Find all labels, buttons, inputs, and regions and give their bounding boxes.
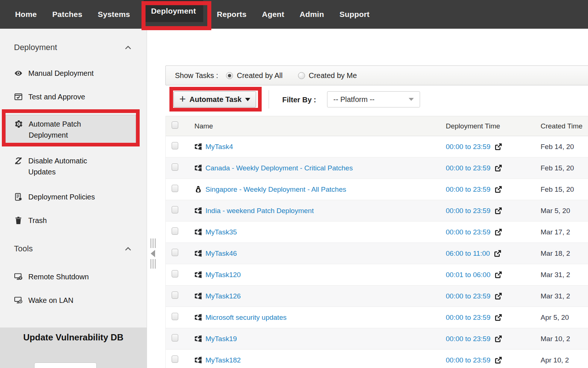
windows-icon — [194, 143, 202, 151]
update-db-button[interactable] — [34, 362, 97, 368]
created-time: Mar 31, 2 — [541, 271, 588, 279]
sidebar-item-wake-on-lan[interactable]: Wake on LAN — [14, 295, 147, 306]
external-link-icon[interactable] — [495, 314, 502, 321]
section-header-tools[interactable]: Tools — [14, 243, 147, 254]
column-header-created-time[interactable]: Created Time — [541, 122, 588, 130]
row-checkbox[interactable] — [172, 291, 178, 299]
radio-created-by-all[interactable] — [226, 72, 233, 79]
disable-updates-icon — [14, 156, 23, 165]
deployment-time-link[interactable]: 00:00 to 23:59 — [446, 143, 491, 151]
radio-created-by-me[interactable] — [298, 72, 305, 79]
sidebar-item-label: Trash — [28, 215, 47, 226]
windows-icon — [194, 314, 202, 321]
deployment-time-link[interactable]: 00:00 to 23:59 — [446, 292, 491, 300]
policies-icon — [14, 192, 23, 201]
external-link-icon[interactable] — [495, 335, 502, 343]
windows-icon — [194, 207, 202, 215]
task-name-link[interactable]: Canada - Weekly Deployment - Critical Pa… — [205, 164, 353, 172]
sidebar-item-trash[interactable]: Trash — [14, 215, 147, 226]
external-link-icon[interactable] — [495, 207, 502, 215]
sidebar-item-disable-automatic-updates[interactable]: Disable Automatic Updates — [14, 155, 147, 177]
task-name-link[interactable]: MyTask46 — [205, 250, 237, 258]
deployment-time-link[interactable]: 00:01 to 06:00 — [446, 271, 491, 279]
task-name-link[interactable]: Singapore - Weekly Deployment - All Patc… — [205, 185, 346, 194]
test-approve-icon — [14, 92, 23, 101]
row-checkbox[interactable] — [172, 334, 178, 342]
deployment-time-link[interactable]: 00:00 to 23:59 — [446, 314, 491, 322]
row-checkbox[interactable] — [172, 142, 178, 149]
row-checkbox[interactable] — [172, 313, 178, 320]
sidebar-item-label: Wake on LAN — [28, 295, 74, 306]
dropdown-caret-icon — [409, 98, 414, 103]
created-time: Mar 31, 2 — [541, 292, 588, 300]
update-vulnerability-db-title: Update Vulnerability DB — [0, 332, 147, 343]
nav-item-admin[interactable]: Admin — [292, 0, 331, 29]
main-content: Show Tasks : Created by AllCreated by Me… — [165, 29, 588, 368]
row-checkbox[interactable] — [172, 206, 178, 213]
radio-label: Created by All — [237, 71, 283, 80]
external-link-icon[interactable] — [495, 357, 502, 364]
nav-item-systems[interactable]: Systems — [90, 0, 138, 29]
automate-task-button[interactable]: + Automate Task — [173, 91, 256, 107]
row-checkbox[interactable] — [172, 355, 178, 363]
nav-item-patches[interactable]: Patches — [44, 0, 90, 29]
windows-icon — [194, 250, 202, 257]
nav-item-reports[interactable]: Reports — [209, 0, 254, 29]
external-link-icon[interactable] — [495, 271, 502, 279]
external-link-icon[interactable] — [495, 229, 502, 236]
automate-task-label: Automate Task — [190, 95, 242, 104]
row-checkbox[interactable] — [172, 270, 178, 277]
created-time: Feb 15, 20 — [541, 185, 588, 194]
row-checkbox[interactable] — [172, 249, 178, 256]
sidebar-item-deployment-policies[interactable]: Deployment Policies — [14, 191, 147, 202]
update-vulnerability-db-panel: Update Vulnerability DB — [0, 328, 147, 368]
deployment-time-link[interactable]: 00:00 to 23:59 — [446, 185, 491, 194]
task-name-link[interactable]: MyTask182 — [205, 356, 241, 364]
external-link-icon[interactable] — [495, 143, 502, 151]
remote-shutdown-icon — [14, 272, 23, 281]
linux-icon — [194, 185, 202, 193]
task-name-link[interactable]: MyTask120 — [205, 271, 241, 279]
table-row: MyTask12600:00 to 23:59Mar 31, 2 — [166, 286, 588, 307]
nav-item-home[interactable]: Home — [7, 0, 44, 29]
row-checkbox[interactable] — [172, 227, 178, 235]
external-link-icon[interactable] — [495, 186, 502, 193]
task-name-link[interactable]: India - weekend Patch Deployment — [205, 207, 314, 215]
sidebar-item-test-and-approve[interactable]: Test and Approve — [14, 91, 147, 102]
column-header-name[interactable]: Name — [190, 122, 444, 130]
deployment-time-link[interactable]: 00:00 to 23:59 — [446, 207, 491, 215]
show-tasks-bar: Show Tasks : Created by AllCreated by Me — [165, 66, 588, 85]
deployment-time-link[interactable]: 00:00 to 23:59 — [446, 356, 491, 364]
section-header-deployment[interactable]: Deployment — [14, 42, 147, 53]
deployment-time-link[interactable]: 00:00 to 23:59 — [446, 335, 491, 343]
sidebar-item-manual-deployment[interactable]: Manual Deployment — [14, 68, 147, 79]
select-all-checkbox[interactable] — [172, 121, 178, 129]
external-link-icon[interactable] — [495, 164, 502, 172]
deployment-time-link[interactable]: 00:00 to 23:59 — [446, 164, 491, 172]
task-name-link[interactable]: Microsoft security updates — [205, 314, 287, 322]
deployment-time-link[interactable]: 00:00 to 23:59 — [446, 228, 491, 236]
sidebar-item-automate-patch-deployment[interactable]: Automate Patch Deployment — [6, 115, 136, 144]
external-link-icon[interactable] — [495, 293, 502, 300]
column-header-deployment-time[interactable]: Deployment Time — [444, 122, 541, 130]
task-name-link[interactable]: MyTask19 — [205, 335, 237, 343]
nav-item-agent[interactable]: Agent — [254, 0, 292, 29]
task-name-link[interactable]: MyTask126 — [205, 292, 241, 300]
sidebar-item-remote-shutdown[interactable]: Remote Shutdown — [14, 271, 147, 282]
external-link-icon[interactable] — [494, 250, 501, 257]
nav-item-deployment[interactable]: Deployment — [144, 0, 203, 22]
caret-down-icon — [245, 98, 250, 104]
nav-item-support[interactable]: Support — [332, 0, 377, 29]
row-checkbox[interactable] — [172, 185, 178, 192]
created-time: Feb 14, 20 — [541, 143, 588, 151]
task-name-link[interactable]: MyTask4 — [205, 143, 233, 151]
deployment-time-link[interactable]: 06:00 to 11:00 — [446, 250, 490, 258]
section-title: Tools — [14, 244, 33, 254]
row-checkbox[interactable] — [172, 163, 178, 171]
nav-items: HomePatchesSystemsDeploymentReportsAgent… — [7, 0, 377, 29]
radio-label: Created by Me — [309, 71, 357, 80]
sidebar-collapse-handle[interactable] — [149, 238, 157, 269]
collapse-left-icon — [151, 250, 155, 257]
task-name-link[interactable]: MyTask35 — [205, 228, 237, 236]
platform-filter-dropdown[interactable]: -- Platform -- — [327, 91, 420, 107]
